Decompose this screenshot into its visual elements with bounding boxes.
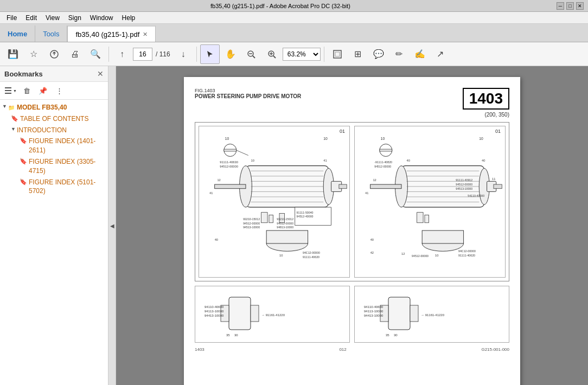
- delete-bookmark-btn[interactable]: 🗑: [20, 84, 34, 97]
- share-button[interactable]: [44, 44, 64, 64]
- page-input[interactable]: [133, 48, 152, 61]
- select-tool[interactable]: [200, 44, 220, 64]
- minimize-button[interactable]: ─: [557, 2, 564, 10]
- svg-text:94513-10000: 94513-10000: [456, 187, 472, 190]
- tab-home[interactable]: Home: [0, 25, 35, 42]
- svg-text:94413-10000: 94413-10000: [204, 314, 224, 317]
- bookmark-more-btn[interactable]: ⋮: [52, 84, 66, 97]
- svg-text:10: 10: [279, 254, 283, 257]
- svg-text:41: 41: [365, 191, 368, 195]
- print-button[interactable]: 🖨: [65, 44, 85, 64]
- next-page-button[interactable]: ↓: [174, 44, 193, 64]
- svg-text:91111-40630: 91111-40630: [220, 161, 238, 164]
- bm-intro-label: INTRODUCTION: [17, 126, 67, 135]
- svg-line-7: [273, 56, 276, 58]
- maximize-button[interactable]: □: [566, 2, 574, 10]
- left-diagram-label: 01: [340, 129, 345, 134]
- bm-fig2[interactable]: 🔖 FIGURE INDEX (3305-4715): [0, 156, 108, 177]
- svg-rect-73: [494, 184, 502, 189]
- bm-model-label: MODEL FB35,40: [17, 103, 67, 112]
- menu-window[interactable]: Window: [86, 13, 118, 23]
- svg-text:94512-00000: 94512-00000: [456, 183, 472, 186]
- zoom-in-button[interactable]: [262, 44, 282, 64]
- menu-view[interactable]: View: [41, 13, 64, 23]
- svg-text:93210-15012: 93210-15012: [243, 217, 260, 221]
- hand-tool[interactable]: ✋: [221, 44, 240, 64]
- svg-text:30: 30: [394, 333, 398, 337]
- svg-rect-11: [5, 90, 11, 91]
- svg-text:94813-10000: 94813-10000: [277, 226, 293, 229]
- bm-expand-model[interactable]: ▼: [2, 103, 7, 110]
- footer-page-left: 1403: [195, 347, 204, 352]
- svg-rect-83: [417, 213, 423, 223]
- svg-text:12: 12: [217, 178, 220, 182]
- main-area: Bookmarks ✕ 🗑 📌 ⋮ ▼ 📁 MODEL FB35,40 🔖 TA…: [0, 66, 588, 385]
- svg-text:40: 40: [482, 159, 485, 162]
- svg-text:94C12-00000: 94C12-00000: [303, 251, 320, 254]
- bm-intro[interactable]: ▼ INTRODUCTION: [0, 125, 108, 136]
- svg-line-3: [253, 56, 255, 58]
- close-button[interactable]: ✕: [576, 2, 584, 10]
- right-diagram-svg: 10 10 -91111-40820 94512-00000: [355, 126, 505, 267]
- sep2: [196, 47, 197, 62]
- comment-button[interactable]: 💬: [369, 44, 388, 64]
- svg-text:94512-00000: 94512-00000: [374, 165, 391, 168]
- pen-button[interactable]: ✏: [389, 44, 409, 64]
- page-total: / 116: [156, 50, 170, 58]
- svg-rect-16: [224, 149, 237, 151]
- zoom-select[interactable]: 63.2% 50% 75% 100% 125% 150%: [283, 48, 321, 61]
- menu-bar: File Edit View Sign Window Help: [0, 12, 588, 24]
- svg-text:10: 10: [435, 254, 438, 257]
- window-controls: ─ □ ✕: [557, 2, 584, 10]
- share2-button[interactable]: ↗: [431, 44, 450, 64]
- svg-rect-9: [335, 52, 340, 56]
- bm-fig1-label: FIGURE INDEX (1401-2611): [29, 137, 106, 155]
- window-title: fb35,40 (g215-1).pdf - Adobe Acrobat Pro…: [4, 3, 557, 9]
- svg-text:30: 30: [234, 333, 238, 337]
- content-area[interactable]: FIG.1403 POWER STEERING PUMP DRIVE MOTOR…: [116, 66, 588, 385]
- bottom-left-svg: 94110-40600 94113-10000 94413-10000 → 91…: [195, 286, 349, 341]
- bm-fig3[interactable]: 🔖 FIGURE INDEX (5101-5702): [0, 177, 108, 197]
- svg-rect-71: [370, 184, 401, 189]
- svg-text:-91111-40820: -91111-40820: [374, 161, 392, 164]
- svg-text:40: 40: [407, 159, 410, 162]
- svg-text:93210-15012: 93210-15012: [277, 217, 293, 221]
- menu-sign[interactable]: Sign: [64, 13, 86, 23]
- tab-tools[interactable]: Tools: [35, 25, 67, 42]
- tab-document[interactable]: fb35,40 (g215-1).pdf ✕: [67, 25, 156, 42]
- svg-rect-96: [251, 305, 259, 322]
- svg-rect-30: [215, 184, 246, 189]
- menu-file[interactable]: File: [2, 13, 21, 23]
- prev-page-button[interactable]: ↑: [112, 44, 132, 64]
- svg-text:41: 41: [209, 191, 213, 195]
- bm-fig1[interactable]: 🔖 FIGURE INDEX (1401-2611): [0, 136, 108, 156]
- fit-page-button[interactable]: [328, 44, 347, 64]
- menu-help[interactable]: Help: [118, 13, 140, 23]
- bm-fig3-label: FIGURE INDEX (5101-5702): [29, 178, 106, 196]
- bm-toc-label: TABLE OF CONTENTS: [20, 114, 88, 124]
- tab-close-button[interactable]: ✕: [143, 31, 148, 38]
- bottom-right-svg: 94110-40600 94113-10000 94413-10000 → 91…: [355, 286, 509, 341]
- bm-expand-intro[interactable]: ▼: [11, 126, 16, 133]
- fig-subtitle: POWER STEERING PUMP DRIVE MOTOR: [195, 93, 463, 99]
- menu-edit[interactable]: Edit: [21, 13, 41, 23]
- search-button[interactable]: 🔍: [86, 44, 105, 64]
- bookmark-options-btn[interactable]: [3, 84, 17, 97]
- sidebar-collapse-button[interactable]: ◀: [108, 66, 116, 385]
- fig-header: FIG.1403 POWER STEERING PUMP DRIVE MOTOR…: [195, 88, 509, 110]
- svg-text:94113-10000: 94113-10000: [204, 310, 224, 313]
- signature-button[interactable]: ✍: [410, 44, 430, 64]
- zoom-out-button[interactable]: [241, 44, 261, 64]
- footer-right: G215-001-000: [481, 347, 509, 352]
- sidebar-title: Bookmarks: [4, 70, 43, 78]
- svg-rect-32: [339, 184, 347, 189]
- sidebar-close-button[interactable]: ✕: [97, 69, 104, 78]
- add-bookmark-btn[interactable]: 📌: [36, 84, 50, 97]
- bm-model[interactable]: ▼ 📁 MODEL FB35,40: [0, 102, 108, 113]
- bookmark-button[interactable]: ☆: [24, 44, 43, 64]
- bm-toc[interactable]: 🔖 TABLE OF CONTENTS: [0, 113, 108, 125]
- svg-text:41: 41: [323, 159, 327, 162]
- form-button[interactable]: ⊞: [348, 44, 368, 64]
- sep3: [324, 47, 324, 62]
- save-button[interactable]: 💾: [3, 44, 23, 64]
